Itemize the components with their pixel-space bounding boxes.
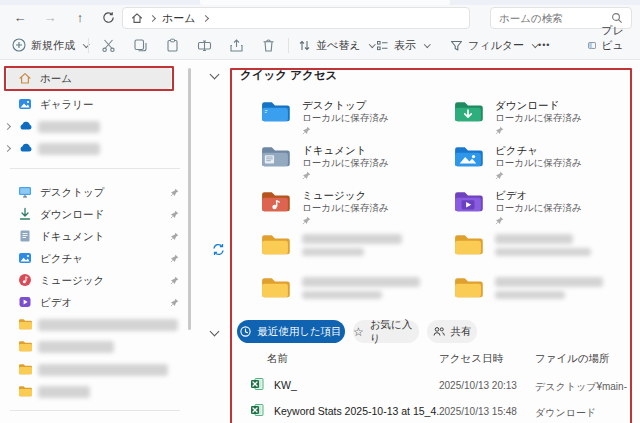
sidebar-item-downloads[interactable]: ダウンロード: [0, 204, 188, 226]
expand-chevron-icon[interactable]: [4, 145, 11, 152]
pin-icon: [170, 298, 179, 307]
folder-icon: [453, 233, 483, 257]
paste-button[interactable]: [158, 34, 186, 56]
pin-icon: [170, 210, 179, 219]
redacted-label: [302, 291, 382, 299]
filter-button[interactable]: フィルター: [444, 34, 544, 56]
sidebar-item-folder-redacted[interactable]: [0, 336, 188, 358]
people-icon: [433, 326, 445, 337]
sidebar-item-onedrive-1[interactable]: [0, 116, 188, 138]
new-button[interactable]: 新規作成: [6, 34, 95, 56]
pin-icon: [495, 126, 504, 135]
tile-name: ピクチャ: [495, 144, 538, 158]
toolbar-divider: [88, 38, 89, 53]
sidebar-item-label: ビデオ: [40, 296, 72, 310]
sidebar-scrollbar[interactable]: [188, 68, 191, 330]
sort-button[interactable]: 並べ替え: [292, 34, 380, 56]
sidebar-item-videos[interactable]: ビデオ: [0, 292, 188, 314]
tile-name: デスクトップ: [302, 99, 366, 113]
download-icon: [18, 207, 32, 221]
view-button[interactable]: 表示: [370, 34, 436, 56]
quick-access-tile-desktop[interactable]: デスクトップ ローカルに保存済み: [260, 99, 450, 141]
sidebar-item-pictures[interactable]: ピクチャ: [0, 248, 188, 270]
gallery-icon: [18, 97, 32, 111]
sidebar-item-folder-redacted[interactable]: [0, 359, 188, 381]
quick-access-tile-downloads[interactable]: ダウンロード ローカルに保存済み: [453, 99, 640, 141]
folder-icon: [260, 276, 290, 300]
search-input[interactable]: [499, 12, 611, 24]
trash-icon: [261, 38, 276, 53]
excel-file-icon: [250, 377, 264, 391]
view-button-label: 表示: [394, 38, 416, 53]
file-accessed: 2025/10/13 20:13: [439, 380, 517, 391]
back-button[interactable]: ←: [8, 7, 32, 28]
tile-status: ローカルに保存済み: [302, 157, 389, 170]
desktop-folder-icon: [260, 100, 290, 124]
quick-access-tile-redacted[interactable]: [260, 232, 450, 274]
redacted-label: [38, 319, 178, 331]
breadcrumb-chevron-icon: [201, 14, 208, 21]
column-header-location[interactable]: ファイルの場所: [535, 352, 610, 366]
tile-status: ローカルに保存済み: [495, 157, 582, 170]
sidebar-divider: [10, 410, 180, 411]
sidebar-item-documents[interactable]: ドキュメント: [0, 226, 188, 248]
quick-access-tile-redacted[interactable]: [453, 275, 640, 317]
preview-button[interactable]: プレビュー: [582, 34, 640, 56]
tab-favorites[interactable]: ☆ お気に入り: [353, 320, 419, 343]
sidebar-item-home[interactable]: ホーム: [0, 68, 188, 90]
redacted-label: [38, 143, 100, 155]
sidebar-item-music[interactable]: ミュージック: [0, 270, 188, 292]
share-icon: [229, 38, 244, 53]
share-button[interactable]: [222, 34, 250, 56]
toolbar-divider: [288, 38, 289, 53]
sidebar-divider: [10, 168, 180, 169]
column-header-accessed[interactable]: アクセス日時: [439, 352, 503, 366]
videos-folder-icon: [453, 190, 483, 214]
tab-recent-items[interactable]: 最近使用した項目: [237, 320, 345, 343]
file-name: Keyword Stats 2025-10-13 at 15_4...: [274, 405, 445, 417]
home-icon: [131, 12, 143, 24]
tab-shared[interactable]: 共有: [427, 320, 477, 343]
redacted-label: [38, 341, 114, 353]
pictures-icon: [18, 251, 32, 265]
tile-status: ローカルに保存済み: [495, 112, 582, 125]
rename-button[interactable]: [190, 34, 218, 56]
redacted-label: [495, 248, 591, 256]
quick-access-tile-documents[interactable]: ドキュメント ローカルに保存済み: [260, 144, 450, 186]
chevron-down-icon: [424, 41, 430, 47]
more-button[interactable]: •••: [532, 34, 556, 56]
pin-icon: [302, 126, 311, 135]
sidebar-item-folder-redacted[interactable]: [0, 314, 188, 336]
sidebar-item-gallery[interactable]: ギャラリー: [0, 94, 188, 116]
up-button[interactable]: ↑: [68, 7, 92, 28]
onedrive-cloud-icon: [18, 141, 32, 155]
delete-button[interactable]: [254, 34, 282, 56]
redacted-label: [38, 121, 100, 133]
sidebar-item-folder-redacted[interactable]: [0, 381, 188, 403]
sync-icon: [212, 243, 225, 256]
command-toolbar: 新規作成 並べ替え 表示: [0, 31, 640, 59]
rename-icon: [197, 38, 212, 53]
refresh-button[interactable]: [96, 7, 120, 28]
quick-access-tile-videos[interactable]: ビデオ ローカルに保存済み: [453, 189, 640, 231]
tile-status: ローカルに保存済み: [302, 202, 389, 215]
copy-button[interactable]: [126, 34, 154, 56]
forward-button[interactable]: →: [38, 7, 62, 28]
more-icon: •••: [538, 40, 550, 50]
column-header-name[interactable]: 名前: [267, 352, 288, 366]
sidebar-item-onedrive-2[interactable]: [0, 138, 188, 160]
expand-chevron-icon[interactable]: [4, 123, 11, 130]
address-bar[interactable]: ホーム: [122, 7, 470, 29]
tab-label: 共有: [451, 325, 472, 339]
tab-label: お気に入り: [370, 318, 419, 346]
quick-access-tile-music[interactable]: ミュージック ローカルに保存済み: [260, 189, 450, 231]
pin-icon: [302, 216, 311, 225]
cut-button[interactable]: [94, 34, 122, 56]
sidebar-item-desktop[interactable]: デスクトップ: [0, 182, 188, 204]
quick-access-tile-pictures[interactable]: ピクチャ ローカルに保存済み: [453, 144, 640, 186]
quick-access-tile-redacted[interactable]: [453, 232, 640, 274]
quick-access-tile-redacted[interactable]: [260, 275, 450, 317]
tile-name: ビデオ: [495, 189, 527, 203]
breadcrumb-location[interactable]: ホーム: [162, 11, 196, 26]
clock-icon: [240, 326, 251, 337]
